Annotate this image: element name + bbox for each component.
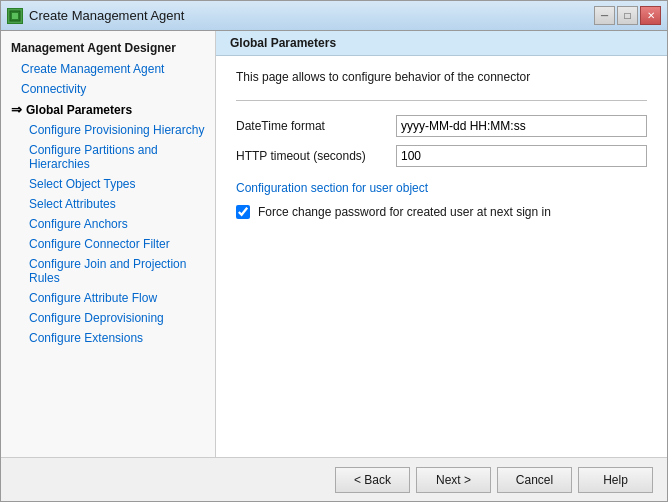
- panel-header: Global Parameters: [216, 31, 667, 56]
- right-panel: Global Parameters This page allows to co…: [216, 31, 667, 457]
- arrow-icon: ⇒: [11, 102, 22, 117]
- sidebar-item-configure-extensions[interactable]: Configure Extensions: [1, 328, 215, 348]
- title-bar-left: Create Management Agent: [7, 8, 184, 24]
- sidebar-item-select-object-types[interactable]: Select Object Types: [1, 174, 215, 194]
- datetime-format-label: DateTime format: [236, 119, 396, 133]
- datetime-format-row: DateTime format: [236, 115, 647, 137]
- main-content: Management Agent Designer Create Managem…: [1, 31, 667, 457]
- sidebar-item-label: Global Parameters: [26, 103, 132, 117]
- sidebar-item-configure-join-projection[interactable]: Configure Join and Projection Rules: [1, 254, 215, 288]
- title-bar: Create Management Agent ─ □ ✕: [1, 1, 667, 31]
- help-button[interactable]: Help: [578, 467, 653, 493]
- window-title: Create Management Agent: [29, 8, 184, 23]
- next-button[interactable]: Next >: [416, 467, 491, 493]
- intro-text: This page allows to configure behavior o…: [236, 70, 647, 84]
- sidebar-item-create-management-agent[interactable]: Create Management Agent: [1, 59, 215, 79]
- bottom-bar: < Back Next > Cancel Help: [1, 457, 667, 501]
- app-icon: [7, 8, 23, 24]
- sidebar-item-configure-partitions-hierarchies[interactable]: Configure Partitions and Hierarchies: [1, 140, 215, 174]
- sidebar-item-configure-attribute-flow[interactable]: Configure Attribute Flow: [1, 288, 215, 308]
- http-timeout-input[interactable]: [396, 145, 647, 167]
- sidebar-item-select-attributes[interactable]: Select Attributes: [1, 194, 215, 214]
- sidebar-header: Management Agent Designer: [1, 35, 215, 59]
- http-timeout-label: HTTP timeout (seconds): [236, 149, 396, 163]
- panel-body: This page allows to configure behavior o…: [216, 56, 667, 457]
- force-change-password-row: Force change password for created user a…: [236, 205, 647, 219]
- force-change-password-checkbox[interactable]: [236, 205, 250, 219]
- datetime-format-input[interactable]: [396, 115, 647, 137]
- section-header: Configuration section for user object: [236, 181, 647, 195]
- sidebar-item-configure-deprovisioning[interactable]: Configure Deprovisioning: [1, 308, 215, 328]
- separator: [236, 100, 647, 101]
- minimize-button[interactable]: ─: [594, 6, 615, 25]
- back-button[interactable]: < Back: [335, 467, 410, 493]
- sidebar-item-configure-provisioning-hierarchy[interactable]: Configure Provisioning Hierarchy: [1, 120, 215, 140]
- http-timeout-row: HTTP timeout (seconds): [236, 145, 647, 167]
- title-bar-buttons: ─ □ ✕: [594, 6, 661, 25]
- cancel-button[interactable]: Cancel: [497, 467, 572, 493]
- sidebar-item-global-parameters[interactable]: ⇒Global Parameters: [1, 99, 215, 120]
- main-window: Create Management Agent ─ □ ✕ Management…: [0, 0, 668, 502]
- sidebar-item-connectivity[interactable]: Connectivity: [1, 79, 215, 99]
- sidebar: Management Agent Designer Create Managem…: [1, 31, 216, 457]
- sidebar-item-configure-connector-filter[interactable]: Configure Connector Filter: [1, 234, 215, 254]
- force-change-password-label: Force change password for created user a…: [258, 205, 551, 219]
- maximize-button[interactable]: □: [617, 6, 638, 25]
- sidebar-item-configure-anchors[interactable]: Configure Anchors: [1, 214, 215, 234]
- close-button[interactable]: ✕: [640, 6, 661, 25]
- svg-rect-1: [12, 13, 18, 19]
